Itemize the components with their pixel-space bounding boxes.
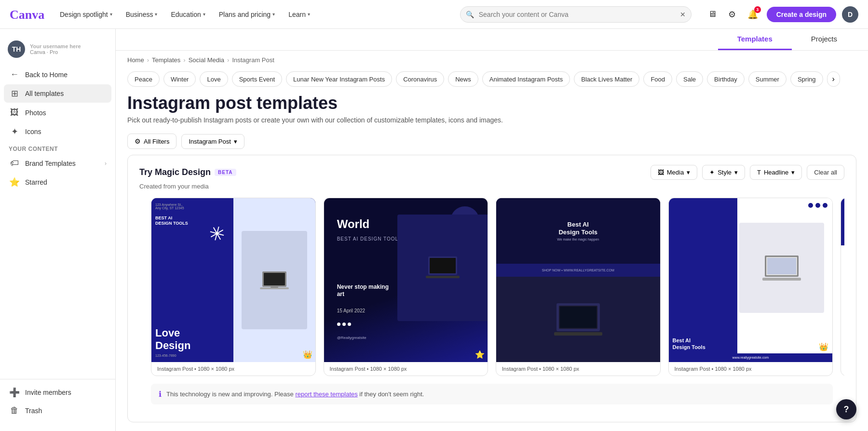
pill-coronavirus[interactable]: Coronavirus: [396, 71, 444, 87]
template-grid: 123 Anywhere St.,Any City, ST 12345 BEST…: [139, 198, 844, 384]
sidebar-item-invite-members[interactable]: ➕ Invite members: [4, 383, 111, 402]
pill-love[interactable]: Love: [200, 71, 228, 87]
breadcrumb: Home › Templates › Social Media › Instag…: [116, 51, 868, 67]
template-card[interactable]: WorldBEST AI DESIGN TOOL Neve: [324, 198, 488, 376]
nav-business[interactable]: Business ▾: [120, 8, 163, 21]
icons-icon: ✦: [9, 126, 20, 137]
sidebar-item-photos[interactable]: 🖼 Photos: [4, 104, 111, 121]
notification-badge: 3: [754, 6, 761, 13]
avatar[interactable]: D: [842, 6, 858, 23]
pill-sports-event[interactable]: Sports Event: [232, 71, 282, 87]
pill-birthday[interactable]: Birthday: [707, 71, 745, 87]
chevron-down-icon: ▾: [791, 169, 795, 176]
breadcrumb-social-media[interactable]: Social Media: [189, 56, 224, 64]
search-input[interactable]: [460, 6, 692, 23]
nav-plans[interactable]: Plans and pricing ▾: [213, 8, 281, 21]
sidebar-item-brand-templates[interactable]: 🏷 Brand Templates ›: [4, 154, 111, 172]
all-filters-button[interactable]: ⚙ All Filters: [127, 134, 176, 149]
search-bar: 🔍 ✕: [460, 6, 692, 23]
svg-rect-4: [271, 287, 278, 288]
headline-button[interactable]: T Headline ▾: [750, 165, 802, 180]
instagram-post-filter-button[interactable]: Instagram Post ▾: [181, 134, 244, 149]
magic-design-box: Try Magic Design BETA 🖼 Media ▾ ✦ Style …: [127, 155, 856, 422]
svg-rect-7: [426, 276, 460, 278]
monitor-icon-button[interactable]: 🖥: [705, 6, 719, 22]
sidebar-user-info: Your username here Canva · Pro: [30, 43, 81, 55]
sidebar-item-all-templates[interactable]: ⊞ All templates: [4, 84, 111, 103]
svg-rect-2: [264, 273, 285, 285]
sidebar-item-starred[interactable]: ⭐ Starred: [4, 173, 111, 191]
breadcrumb-templates[interactable]: Templates: [152, 56, 180, 64]
style-button[interactable]: ✦ Style ▾: [702, 165, 745, 180]
breadcrumb-current: Instagram Post: [232, 56, 274, 64]
pill-black-lives-matter[interactable]: Black Lives Matter: [574, 71, 639, 87]
nav-education[interactable]: Education ▾: [165, 8, 211, 21]
breadcrumb-sep-2: ›: [183, 56, 185, 64]
svg-text:Canva: Canva: [10, 8, 44, 22]
nav-learn[interactable]: Learn ▾: [283, 8, 316, 21]
pill-more[interactable]: ›: [827, 71, 840, 87]
topbar-right: 🖥 ⚙ 🔔 3 Create a design D: [705, 6, 858, 23]
breadcrumb-home[interactable]: Home: [127, 56, 144, 64]
star-icon: ⭐: [9, 177, 20, 188]
chevron-down-icon: ▾: [308, 12, 310, 17]
report-templates-link[interactable]: report these templates: [295, 391, 357, 398]
secondary-nav-tabs: Templates Projects: [718, 29, 856, 50]
main-nav: Design spotlight ▾ Business ▾ Education …: [54, 8, 316, 21]
nav-design-spotlight[interactable]: Design spotlight ▾: [54, 8, 118, 21]
template-card-info: Instagram Post • 1080 × 1080 px: [669, 362, 833, 376]
magic-subtitle: Created from your media: [139, 183, 844, 190]
back-arrow-icon: ←: [9, 69, 20, 80]
chevron-down-icon: ▾: [687, 169, 690, 176]
brand-icon: 🏷: [9, 158, 20, 168]
media-icon: 🖼: [658, 169, 664, 176]
headline-icon: T: [757, 169, 761, 176]
template-card[interactable]: Best AIDesign Tools INTERIOR DESIGN: [668, 198, 833, 376]
content-area: Templates Projects Home › Templates › So…: [116, 29, 868, 431]
filter-bar: ⚙ All Filters Instagram Post ▾: [116, 130, 868, 155]
page-title: Instagram post templates: [127, 93, 856, 113]
breadcrumb-sep-3: ›: [227, 56, 229, 64]
notifications-button[interactable]: 🔔 3: [745, 6, 761, 23]
template-card[interactable]: Best AIDesign Tools We make the magic ha…: [496, 198, 661, 376]
notice-bar: ℹ This technology is new and improving. …: [151, 384, 833, 404]
chevron-down-icon: ▾: [234, 138, 237, 145]
template-card-info: Instagram Post • 1080 × 1080 px: [324, 362, 488, 376]
canva-logo[interactable]: Canva: [10, 7, 48, 22]
chevron-down-icon: ▾: [272, 12, 275, 17]
pill-sale[interactable]: Sale: [676, 71, 703, 87]
pill-news[interactable]: News: [448, 71, 478, 87]
sidebar-item-back-home[interactable]: ← Back to Home: [4, 66, 111, 83]
magic-title-wrap: Try Magic Design BETA: [139, 167, 236, 177]
pill-food[interactable]: Food: [643, 71, 672, 87]
template-card[interactable]: 123 Anywhere St.,Any City, ST 12345 BEST…: [151, 198, 316, 376]
sidebar-item-icons[interactable]: ✦ Icons: [4, 122, 111, 141]
template-card-info: Instagram Post • 1080 × 1080 px: [496, 362, 660, 376]
tab-projects[interactable]: Projects: [792, 29, 856, 50]
template-card-partial[interactable]: Best Aservic Interior design Instagram P…: [841, 198, 844, 376]
tab-templates[interactable]: Templates: [718, 29, 792, 50]
sidebar-nav: ← Back to Home ⊞ All templates 🖼 Photos …: [0, 66, 115, 379]
pill-animated-instagram[interactable]: Animated Instagram Posts: [482, 71, 570, 87]
pill-winter[interactable]: Winter: [163, 71, 196, 87]
help-button[interactable]: ?: [836, 399, 856, 419]
create-design-button[interactable]: Create a design: [767, 7, 836, 22]
sidebar-user-avatar: TH: [8, 40, 25, 58]
settings-icon-button[interactable]: ⚙: [725, 6, 739, 23]
close-icon[interactable]: ✕: [680, 11, 686, 18]
topbar: Canva Design spotlight ▾ Business ▾ Educ…: [0, 0, 868, 29]
media-button[interactable]: 🖼 Media ▾: [651, 165, 697, 180]
pill-peace[interactable]: Peace: [127, 71, 160, 87]
breadcrumb-sep-1: ›: [147, 56, 149, 64]
magic-controls: 🖼 Media ▾ ✦ Style ▾ T Headline ▾ Clear: [651, 165, 844, 180]
pill-spring[interactable]: Spring: [790, 71, 823, 87]
clear-all-button[interactable]: Clear all: [807, 165, 844, 180]
template-card-info: Instagram Post • 1080 × 1080 px: [151, 362, 315, 376]
magic-design-title: Try Magic Design: [139, 167, 211, 177]
filter-icon: ⚙: [135, 137, 141, 145]
sidebar-item-trash[interactable]: 🗑 Trash: [4, 402, 111, 419]
pill-summer[interactable]: Summer: [748, 71, 787, 87]
pill-lunar-new-year[interactable]: Lunar New Year Instagram Posts: [286, 71, 392, 87]
secondary-nav: Templates Projects: [116, 29, 868, 51]
gear-icon: ⚙: [728, 10, 736, 19]
